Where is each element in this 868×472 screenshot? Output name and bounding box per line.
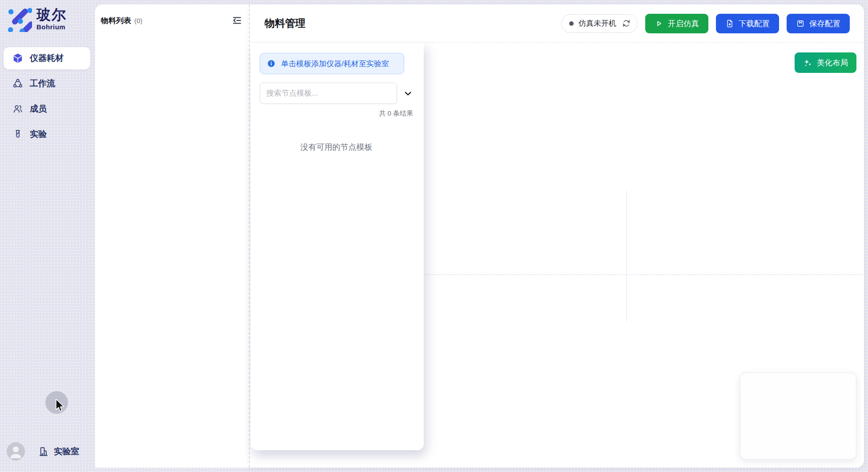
collapse-panel-icon[interactable] bbox=[232, 15, 242, 26]
main-card: 物料管理 仿真未开机 bbox=[249, 4, 864, 468]
search-dropdown-chevron-icon[interactable] bbox=[403, 88, 413, 99]
material-list-count: (0) bbox=[134, 17, 142, 24]
material-list-panel: 物料列表 (0) bbox=[95, 4, 249, 468]
sidebar-menu: 仪器耗材 工作流 成员 bbox=[4, 47, 90, 148]
status-dot bbox=[569, 21, 574, 26]
tip-banner: 单击模板添加仪器/耗材至实验室 bbox=[260, 53, 404, 74]
sidebar-item-label: 仪器耗材 bbox=[30, 52, 64, 64]
save-config-button[interactable]: 保存配置 bbox=[787, 14, 850, 33]
save-icon bbox=[796, 19, 805, 28]
material-list-header: 物料列表 (0) bbox=[95, 4, 249, 26]
testtube-icon bbox=[12, 129, 23, 140]
building-icon bbox=[38, 446, 49, 457]
layout-canvas[interactable]: 单击模板添加仪器/耗材至实验室 共 0 条结果 没有可用的节点模板 bbox=[250, 43, 864, 468]
file-download-icon bbox=[725, 19, 734, 28]
sidebar-item-experiments[interactable]: 实验 bbox=[4, 123, 90, 145]
header-actions: 仿真未开机 开启仿真 bbox=[561, 14, 850, 33]
tip-banner-text: 单击模板添加仪器/耗材至实验室 bbox=[281, 59, 389, 69]
download-config-button[interactable]: 下载配置 bbox=[716, 14, 779, 33]
brand-name-zh: 玻尔 bbox=[36, 8, 67, 23]
material-list-title: 物料列表 bbox=[101, 16, 131, 26]
lab-label: 实验室 bbox=[54, 446, 79, 457]
users-icon bbox=[12, 104, 23, 114]
status-label: 仿真未开机 bbox=[579, 18, 616, 28]
cursor-pointer bbox=[55, 399, 65, 412]
refresh-icon[interactable] bbox=[622, 19, 631, 28]
workflow-icon bbox=[12, 78, 23, 89]
empty-template-message: 没有可用的节点模板 bbox=[260, 142, 413, 152]
beautify-layout-button[interactable]: 美化布局 bbox=[795, 52, 856, 73]
cube-icon bbox=[12, 53, 23, 64]
result-count: 共 0 条结果 bbox=[260, 109, 413, 118]
brand-name-en: Bohrium bbox=[36, 23, 67, 31]
sidebar-item-instruments[interactable]: 仪器耗材 bbox=[4, 47, 90, 69]
sidebar-item-members[interactable]: 成员 bbox=[4, 98, 90, 120]
canvas-guide-horizontal bbox=[424, 274, 863, 275]
avatar bbox=[7, 442, 25, 460]
search-template-input[interactable] bbox=[260, 83, 397, 104]
main-header: 物料管理 仿真未开机 bbox=[250, 4, 864, 43]
sparkles-icon bbox=[803, 58, 812, 68]
info-icon bbox=[267, 59, 276, 68]
play-icon bbox=[655, 19, 663, 28]
start-simulation-button[interactable]: 开启仿真 bbox=[645, 14, 708, 33]
page-title: 物料管理 bbox=[265, 16, 305, 30]
sidebar-footer-lab[interactable]: 实验室 bbox=[7, 442, 79, 460]
simulation-status-pill: 仿真未开机 bbox=[561, 14, 638, 33]
sidebar-item-label: 实验 bbox=[30, 128, 47, 140]
minimap-panel[interactable] bbox=[740, 372, 856, 460]
sidebar-item-workflow[interactable]: 工作流 bbox=[4, 72, 90, 95]
sidebar-item-label: 成员 bbox=[30, 103, 47, 115]
logo-mark-icon bbox=[6, 6, 32, 32]
canvas-guide-vertical bbox=[626, 191, 627, 321]
brand-logo[interactable]: 玻尔 Bohrium bbox=[6, 6, 67, 32]
template-panel: 单击模板添加仪器/耗材至实验室 共 0 条结果 没有可用的节点模板 bbox=[251, 43, 424, 450]
sidebar-item-label: 工作流 bbox=[30, 78, 55, 89]
